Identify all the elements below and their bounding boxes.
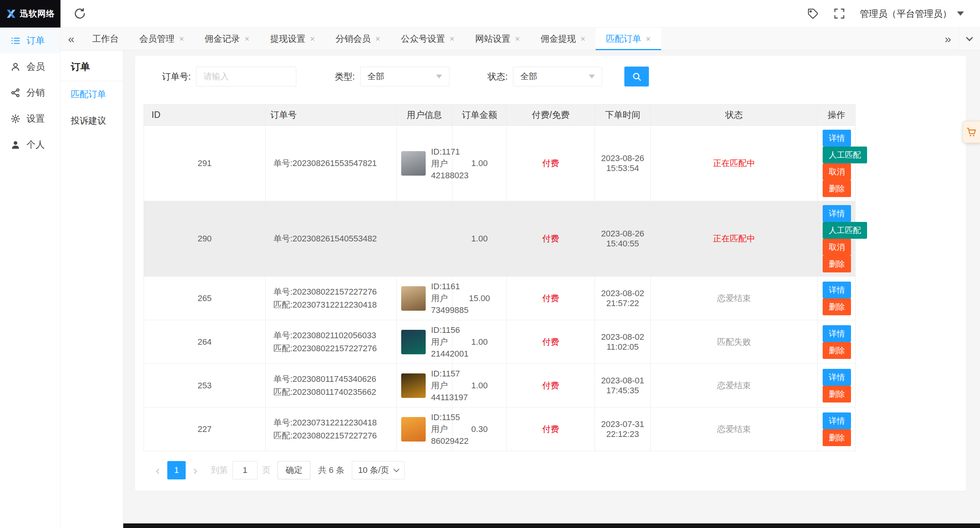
- detail-button[interactable]: 详情: [823, 282, 851, 298]
- status-select[interactable]: 全部: [513, 67, 602, 86]
- order-no-input[interactable]: [196, 67, 296, 86]
- fullscreen-button[interactable]: [833, 8, 845, 20]
- tabs-menu-button[interactable]: [959, 28, 980, 50]
- delete-button[interactable]: 删除: [823, 256, 851, 272]
- content-area: 订单号: 类型: 全部 状态: 全部: [123, 51, 980, 528]
- delete-button[interactable]: 删除: [823, 180, 851, 197]
- next-page-button[interactable]: ›: [186, 461, 204, 479]
- user-info: ID:1157 用户44113197: [401, 368, 450, 403]
- cell-amount: 1.00: [452, 201, 507, 277]
- cell-actions: 详情人工匹配取消删除: [818, 126, 856, 201]
- delete-button[interactable]: 删除: [823, 386, 851, 403]
- status-badge: 正在匹配中: [713, 158, 755, 168]
- detail-button[interactable]: 详情: [823, 205, 851, 222]
- tab-commission-withdrawal[interactable]: 佣金提现 ×: [530, 28, 596, 50]
- delete-button[interactable]: 删除: [823, 429, 851, 446]
- tabs-scroll-right-button[interactable]: »: [937, 28, 959, 50]
- tab-withdrawal-settings[interactable]: 提现设置 ×: [260, 28, 325, 50]
- refresh-icon: [74, 7, 86, 20]
- delete-button[interactable]: 删除: [823, 298, 851, 315]
- total-count: 共 6 条: [318, 464, 344, 476]
- type-select[interactable]: 全部: [360, 67, 449, 86]
- tab-close-icon[interactable]: ×: [376, 35, 381, 43]
- cell-fee: 付费: [507, 126, 595, 201]
- order-numbers: 单号:202308022157227276匹配:2023073122122304…: [273, 285, 394, 311]
- user-info: ID:1156 用户21442001: [401, 324, 450, 360]
- detail-button[interactable]: 详情: [823, 369, 851, 386]
- current-page[interactable]: 1: [167, 461, 186, 479]
- floating-cart-button[interactable]: [962, 121, 980, 143]
- manual-match-button[interactable]: 人工匹配: [823, 147, 867, 163]
- sidebar-item-members[interactable]: 会员: [0, 54, 60, 80]
- cancel-button[interactable]: 取消: [823, 239, 851, 256]
- sidebar-item-orders[interactable]: 订单: [0, 28, 60, 54]
- user-id: ID:1171: [431, 146, 469, 158]
- submenu-title: 订单: [60, 51, 123, 81]
- tab-distribution-members[interactable]: 分销会员 ×: [325, 28, 391, 50]
- tab-close-icon[interactable]: ×: [449, 35, 454, 43]
- order-numbers: 单号:202308021102056033匹配:2023080221572272…: [273, 329, 394, 355]
- user-menu[interactable]: 管理员（平台管理员）: [860, 8, 964, 20]
- tab-member-management[interactable]: 会员管理 ×: [129, 28, 194, 50]
- tabs-scroll-left-button[interactable]: «: [60, 28, 82, 50]
- detail-button[interactable]: 详情: [823, 130, 851, 147]
- cell-user: ID:1156 用户21442001: [397, 320, 452, 364]
- detail-button[interactable]: 详情: [823, 412, 851, 429]
- user-info: ID:1155 用户86029422: [401, 411, 450, 447]
- column-header: 操作: [818, 104, 856, 126]
- submenu-item-match-orders[interactable]: 匹配订单: [60, 81, 123, 108]
- tab-close-icon[interactable]: ×: [245, 35, 250, 43]
- page-suffix-label: 页: [262, 464, 271, 476]
- avatar: [401, 417, 426, 442]
- confirm-button[interactable]: 确定: [278, 461, 310, 479]
- cell-status: 恋爱结束: [651, 364, 818, 407]
- user-name: 用户86029422: [431, 423, 469, 447]
- sidebar-item-settings[interactable]: 设置: [0, 106, 60, 132]
- brand-logo-text: 迅软网络: [20, 8, 55, 20]
- brand-logo[interactable]: 迅软网络: [0, 0, 60, 28]
- tab-close-icon[interactable]: ×: [580, 35, 585, 43]
- top-header: 迅软网络 管理员（平台管理员）: [0, 0, 980, 28]
- tab-close-icon[interactable]: ×: [646, 35, 651, 43]
- search-button[interactable]: [624, 67, 649, 86]
- tab-close-icon[interactable]: ×: [515, 35, 520, 43]
- per-page-value: 10 条/页: [358, 464, 389, 476]
- goto-page-input[interactable]: [232, 461, 258, 479]
- table-row[interactable]: 291 单号:202308261553547821: [144, 126, 856, 201]
- sidebar-item-distribution[interactable]: 分销: [0, 80, 60, 106]
- user-name: 用户42188023: [431, 158, 469, 181]
- tab-commission-records[interactable]: 佣金记录 ×: [194, 28, 260, 50]
- orders-table: ID订单号用户信息订单金额付费/免费下单时间状态操作 291 单号:202308…: [144, 104, 856, 451]
- table-row[interactable]: 265 单号:202308022157227276匹配:202307312212…: [144, 277, 856, 320]
- refresh-button[interactable]: [60, 7, 99, 20]
- status-badge: 匹配失败: [717, 337, 751, 347]
- filter-bar: 订单号: 类型: 全部 状态: 全部: [144, 56, 966, 86]
- table-row[interactable]: 290 单号:202308261540553482 1.00: [144, 201, 856, 277]
- type-select-value: 全部: [368, 71, 384, 82]
- tag-button[interactable]: [807, 8, 819, 20]
- delete-button[interactable]: 删除: [823, 342, 851, 359]
- cell-status: 匹配失败: [651, 320, 818, 364]
- main-sidebar: 订单 会员 分销 设置 个人: [0, 28, 60, 528]
- order-numbers: 单号:202308261540553482: [273, 232, 394, 245]
- cell-time: 2023-08-02 11:02:05: [595, 320, 651, 364]
- table-row[interactable]: 264 单号:202308021102056033匹配:202308022157…: [144, 320, 856, 364]
- cancel-button[interactable]: 取消: [823, 163, 851, 180]
- bottom-bar: [123, 523, 980, 528]
- member-icon: [10, 62, 21, 72]
- submenu-item-complaints[interactable]: 投诉建议: [60, 108, 123, 134]
- tab-workbench[interactable]: 工作台: [82, 28, 129, 50]
- tab-match-orders[interactable]: 匹配订单 ×: [596, 28, 661, 50]
- sidebar-item-profile[interactable]: 个人: [0, 132, 60, 158]
- per-page-select[interactable]: 10 条/页: [352, 461, 405, 479]
- prev-page-button[interactable]: ‹: [149, 461, 167, 479]
- table-row[interactable]: 253 单号:202308011745340626匹配:202308011740…: [144, 364, 856, 407]
- tab-website-settings[interactable]: 网站设置 ×: [465, 28, 530, 50]
- column-header: ID: [144, 104, 266, 126]
- tab-close-icon[interactable]: ×: [310, 35, 315, 43]
- manual-match-button[interactable]: 人工匹配: [823, 222, 867, 239]
- tab-close-icon[interactable]: ×: [179, 35, 184, 43]
- tab-official-account-settings[interactable]: 公众号设置 ×: [390, 28, 465, 50]
- table-row[interactable]: 227 单号:202307312212230418匹配:202308022157…: [144, 407, 856, 451]
- detail-button[interactable]: 详情: [823, 325, 851, 342]
